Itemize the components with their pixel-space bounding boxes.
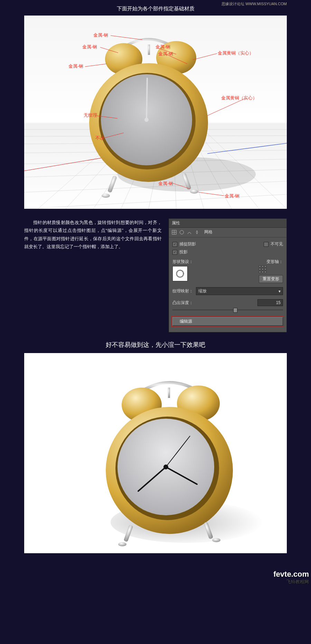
light-icon[interactable] xyxy=(195,230,199,235)
render-preview xyxy=(24,353,287,553)
chk-invisible[interactable]: 不可见 xyxy=(264,241,283,247)
callout-leg-right: 金属-钢 xyxy=(225,193,239,199)
properties-panel: 属性 网格 ✓ 捕捉阴影 不可见 xyxy=(169,218,287,332)
callout-handle2: 金属-钢 xyxy=(82,44,97,50)
svg-point-67 xyxy=(118,542,126,546)
callout-hand: 不改 xyxy=(95,135,104,141)
mesh-icon[interactable] xyxy=(172,230,177,235)
chk-projection[interactable]: ✓ 投影 xyxy=(172,249,188,255)
chk-capture-shadow-label: 捕捉阴影 xyxy=(179,241,196,247)
footer-brand: fevte.com xyxy=(273,570,309,578)
panel-tab-icons: 网格 xyxy=(169,228,286,237)
callout-brass-body: 金属黄铜（实心） xyxy=(221,95,257,101)
section-title-2: 好不容易做到这，先小渲一下效果吧 xyxy=(24,332,287,353)
extrude-label: 凸出深度： xyxy=(172,300,193,306)
texture-map-label: 纹理映射： xyxy=(172,288,193,294)
svg-point-35 xyxy=(190,189,198,194)
callout-brass-top: 金属黄铜（实心） xyxy=(218,50,254,56)
svg-point-50 xyxy=(180,230,184,234)
deform-axis-label: 变形轴： xyxy=(259,259,283,265)
extrude-value-field[interactable]: 15 xyxy=(257,299,283,306)
svg-line-30 xyxy=(147,78,147,120)
shape-preset-label: 形状预设： xyxy=(172,259,193,265)
chevron-down-icon: ▾ xyxy=(279,289,281,294)
reset-deform-button[interactable]: 重置变形 xyxy=(259,275,283,283)
chk-projection-label: 投影 xyxy=(179,249,188,255)
deform-icon[interactable] xyxy=(187,230,192,235)
edit-source-button[interactable]: 编辑源 xyxy=(172,317,283,326)
svg-point-65 xyxy=(163,465,168,469)
callout-post-right: 金属-钢 xyxy=(158,51,173,57)
svg-point-69 xyxy=(212,538,220,542)
source-note: 思缘设计论坛 WWW.MISSYUAN.COM xyxy=(222,1,287,7)
svg-rect-58 xyxy=(168,388,170,398)
footer-logo: fevte.com 飞特教程网 xyxy=(0,567,311,585)
footer-sub: 飞特教程网 xyxy=(0,579,309,585)
viewport-3d: 金属-钢 金属-钢 金属-钢 金属-钢 金属-钢 金属黄铜（实心） 金属黄铜（实… xyxy=(24,16,287,209)
extrude-slider[interactable] xyxy=(172,308,283,312)
callout-face: 无纹理 xyxy=(84,112,97,118)
instruction-paragraph: 指针的材质慢射颜色改为黑色，旋转指针到想要的时间，对齐，指针的长度可以通过点击指… xyxy=(24,218,162,332)
callout-handle: 金属-钢 xyxy=(93,32,108,38)
svg-point-51 xyxy=(177,270,183,277)
callout-leg-left: 金属-钢 xyxy=(158,180,173,187)
texture-map-value: 缩放 xyxy=(198,288,207,294)
deform-axis-grid[interactable] xyxy=(259,265,267,274)
panel-tab-label: 网格 xyxy=(204,229,213,235)
svg-point-33 xyxy=(102,194,110,198)
callout-post-left: 金属-钢 xyxy=(156,44,170,50)
svg-point-31 xyxy=(144,118,149,122)
chk-invisible-label: 不可见 xyxy=(271,241,283,247)
render-svg xyxy=(24,353,287,553)
sphere-icon[interactable] xyxy=(179,230,184,235)
panel-title: 属性 xyxy=(169,219,286,228)
svg-rect-26 xyxy=(148,45,150,55)
shape-preset-swatch[interactable] xyxy=(172,266,188,281)
texture-map-select[interactable]: 缩放 ▾ xyxy=(196,287,283,295)
callout-bell-left: 金属-钢 xyxy=(68,63,83,69)
chk-capture-shadow[interactable]: ✓ 捕捉阴影 xyxy=(172,241,196,247)
